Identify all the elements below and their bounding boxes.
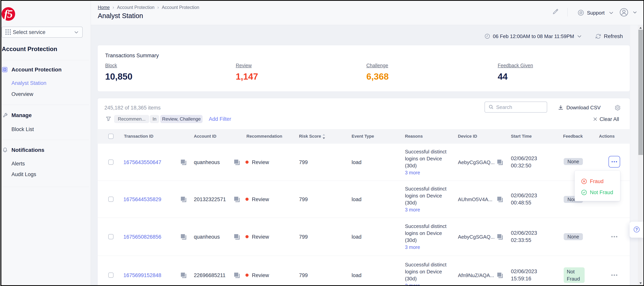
svg-text:@: @	[579, 11, 583, 15]
svg-text:f5: f5	[4, 8, 12, 20]
